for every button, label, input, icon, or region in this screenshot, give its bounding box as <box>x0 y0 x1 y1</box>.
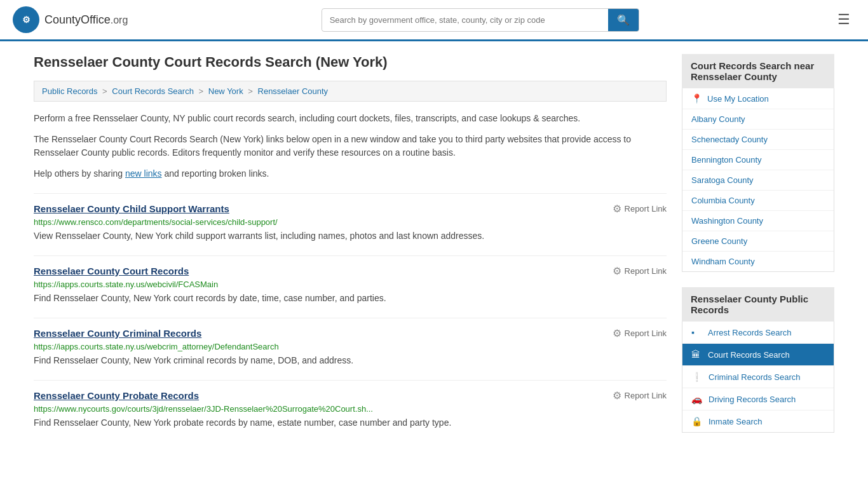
location-icon: 📍 <box>691 93 702 104</box>
main-layout: Rensselaer County Court Records Search (… <box>21 41 847 461</box>
logo-icon: ⚙ <box>13 6 39 33</box>
result-title-3[interactable]: Rensselaer County Criminal Records <box>34 328 201 339</box>
public-records-links: ▪ Arrest Records Search 🏛 Court Records … <box>682 322 834 433</box>
result-item: Rensselaer County Court Records ⚙ Report… <box>34 255 667 305</box>
sidebar-county-3[interactable]: Bennington County <box>682 150 834 170</box>
pub-rec-arrest[interactable]: ▪ Arrest Records Search <box>682 322 834 344</box>
sidebar-county-8[interactable]: Windham County <box>682 252 834 271</box>
breadcrumb-court-records[interactable]: Court Records Search <box>112 86 194 96</box>
result-desc-1: View Rensselaer County, New York child s… <box>34 229 667 243</box>
desc-para1: Perform a free Rensselaer County, NY pub… <box>34 112 667 125</box>
description: Perform a free Rensselaer County, NY pub… <box>34 112 667 180</box>
nearby-header: Court Records Search near Rensselaer Cou… <box>682 54 834 88</box>
menu-button[interactable]: ☰ <box>832 9 855 30</box>
sidebar-county-6[interactable]: Washington County <box>682 211 834 231</box>
breadcrumb-rensselaer[interactable]: Rensselaer County <box>258 86 329 96</box>
criminal-icon: ❕ <box>691 372 702 382</box>
sidebar: Court Records Search near Rensselaer Cou… <box>682 54 834 448</box>
nearby-links: 📍 Use My Location Albany County Schenect… <box>682 88 834 272</box>
pub-rec-criminal[interactable]: ❕ Criminal Records Search <box>682 366 834 388</box>
result-url-2: https://iapps.courts.state.ny.us/webcivi… <box>34 280 667 289</box>
sidebar-county-7[interactable]: Greene County <box>682 231 834 252</box>
result-title-1[interactable]: Rensselaer County Child Support Warrants <box>34 203 229 214</box>
result-url-1: https://www.rensco.com/departments/socia… <box>34 217 667 227</box>
use-location[interactable]: 📍 Use My Location <box>682 88 834 109</box>
result-desc-3: Find Rensselaer County, New York crimina… <box>34 354 667 367</box>
result-title-2[interactable]: Rensselaer County Court Records <box>34 266 189 276</box>
arrest-icon: ▪ <box>691 327 702 337</box>
main-content: Rensselaer County Court Records Search (… <box>34 54 667 448</box>
use-location-link[interactable]: Use My Location <box>707 94 769 104</box>
public-records-section: Rensselaer County Public Records ▪ Arres… <box>682 287 834 433</box>
sidebar-county-2[interactable]: Schenectady County <box>682 130 834 150</box>
pub-rec-court[interactable]: 🏛 Court Records Search <box>682 344 834 366</box>
page-title: Rensselaer County Court Records Search (… <box>34 54 667 71</box>
sidebar-county-1[interactable]: Albany County <box>682 109 834 130</box>
nearby-section: Court Records Search near Rensselaer Cou… <box>682 54 834 272</box>
public-records-header: Rensselaer County Public Records <box>682 287 834 322</box>
logo-text: CountyOffice.org <box>44 13 128 27</box>
sidebar-county-5[interactable]: Columbia County <box>682 191 834 211</box>
breadcrumb-new-york[interactable]: New York <box>208 86 243 96</box>
result-item: Rensselaer County Probate Records ⚙ Repo… <box>34 380 667 430</box>
report-link-3[interactable]: ⚙ Report Link <box>613 327 667 339</box>
report-icon-1: ⚙ <box>613 203 621 215</box>
pub-rec-driving[interactable]: 🚗 Driving Records Search <box>682 388 834 410</box>
sidebar-county-4[interactable]: Saratoga County <box>682 170 834 191</box>
breadcrumb-public-records[interactable]: Public Records <box>42 86 97 96</box>
court-icon: 🏛 <box>691 349 702 360</box>
report-link-1[interactable]: ⚙ Report Link <box>613 203 667 215</box>
result-title-4[interactable]: Rensselaer County Probate Records <box>34 390 199 401</box>
logo-area[interactable]: ⚙ CountyOffice.org <box>13 6 128 33</box>
header: ⚙ CountyOffice.org 🔍 ☰ <box>0 0 868 41</box>
result-item: Rensselaer County Child Support Warrants… <box>34 193 667 243</box>
result-url-3: https://iapps.courts.state.ny.us/webcrim… <box>34 342 667 351</box>
search-bar: 🔍 <box>322 8 639 32</box>
new-links-link[interactable]: new links <box>125 168 162 179</box>
search-button[interactable]: 🔍 <box>608 9 639 31</box>
pub-rec-inmate[interactable]: 🔒 Inmate Search <box>682 410 834 432</box>
result-desc-2: Find Rensselaer County, New York court r… <box>34 292 667 305</box>
report-icon-3: ⚙ <box>613 327 621 339</box>
report-link-2[interactable]: ⚙ Report Link <box>613 265 667 277</box>
report-link-4[interactable]: ⚙ Report Link <box>613 390 667 402</box>
search-input[interactable] <box>322 10 608 30</box>
driving-icon: 🚗 <box>691 394 702 404</box>
result-url-4: https://www.nycourts.gov/courts/3jd/rens… <box>34 404 667 414</box>
result-desc-4: Find Rensselaer County, New York probate… <box>34 416 667 430</box>
desc-para3: Help others by sharing new links and rep… <box>34 167 667 180</box>
breadcrumb: Public Records > Court Records Search > … <box>34 81 667 102</box>
result-item: Rensselaer County Criminal Records ⚙ Rep… <box>34 318 667 367</box>
inmate-icon: 🔒 <box>691 416 702 426</box>
desc-para2: The Rensselaer County Court Records Sear… <box>34 133 667 159</box>
report-icon-4: ⚙ <box>613 390 621 402</box>
report-icon-2: ⚙ <box>613 265 621 277</box>
svg-text:⚙: ⚙ <box>22 15 31 25</box>
